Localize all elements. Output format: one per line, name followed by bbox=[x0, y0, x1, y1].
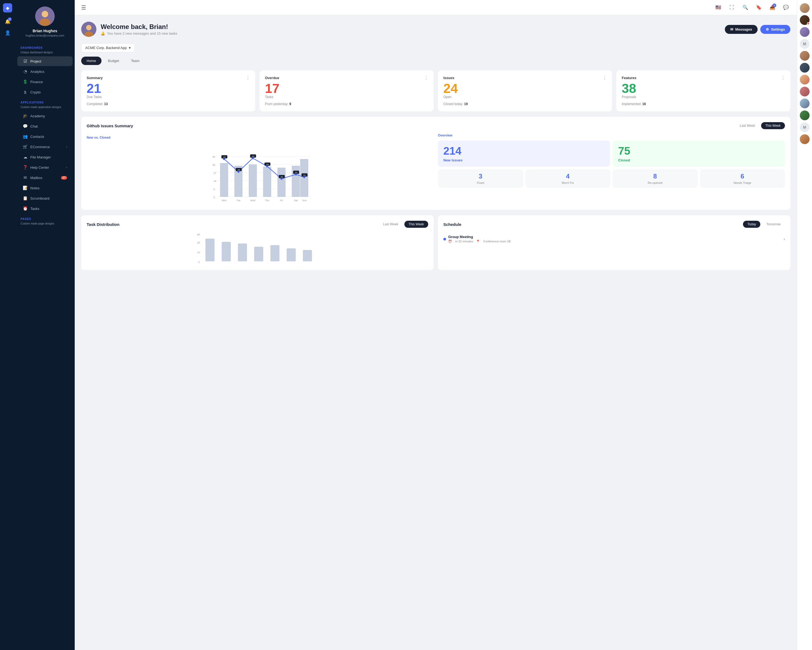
sidebar-item-finance[interactable]: 💲 Finance bbox=[17, 77, 73, 87]
schedule-item-meta: ⏰ in 32 minutes 📍 Conference room 1B bbox=[448, 240, 511, 243]
tabs: Home Budget Team bbox=[81, 57, 791, 65]
sidebar-item-helpcenter[interactable]: ❓ Help Center › bbox=[17, 162, 73, 172]
rp-avatar-6[interactable] bbox=[800, 75, 810, 84]
rp-avatar-4[interactable] bbox=[800, 51, 810, 61]
bar-thu bbox=[263, 167, 271, 197]
stat-features-subtitle: Proposals bbox=[622, 95, 785, 99]
rp-avatar-9[interactable] bbox=[800, 110, 810, 120]
task-dist-header: Task Distribution Last Week This Week bbox=[87, 221, 428, 228]
chat-icon: 💬 bbox=[23, 124, 27, 128]
expand-icon[interactable]: ⛶ bbox=[727, 3, 736, 12]
sidebar-item-ecommerce[interactable]: 🛒 ECommerce › bbox=[17, 142, 73, 151]
svg-text:Tue: Tue bbox=[236, 199, 240, 202]
svg-rect-45 bbox=[238, 243, 247, 262]
task-distribution-card: Task Distribution Last Week This Week 0 … bbox=[81, 215, 433, 270]
svg-text:25: 25 bbox=[295, 171, 298, 174]
sidebar-item-mailbox[interactable]: ✉ Mailbox 27 bbox=[17, 173, 73, 182]
stat-menu-icon[interactable]: ⋮ bbox=[602, 75, 607, 81]
chart-container: 0 9 18 27 36 45 bbox=[87, 143, 433, 202]
rp-avatar-0[interactable] bbox=[800, 3, 810, 13]
rp-avatar-5[interactable] bbox=[800, 63, 810, 73]
stat-features-number: 38 bbox=[622, 82, 785, 95]
rp-avatar-11[interactable] bbox=[800, 134, 810, 144]
sidebar-item-tasks[interactable]: ⏰ Tasks bbox=[17, 203, 73, 213]
sidebar-item-notes[interactable]: 📝 Notes bbox=[17, 183, 73, 193]
tomorrow-toggle[interactable]: Tomorrow bbox=[762, 221, 785, 228]
stat-menu-icon[interactable]: ⋮ bbox=[781, 75, 786, 81]
sidebar-item-contacts[interactable]: 👥 Contacts bbox=[17, 132, 73, 141]
task-this-week-toggle[interactable]: This Week bbox=[404, 221, 428, 228]
main-area: ☰ 🇺🇸 ⛶ 🔍 🔖 📥 5 💬 Welcome back, Brian! bbox=[75, 0, 797, 650]
messages-button[interactable]: ✉ Messages bbox=[725, 25, 758, 34]
settings-button[interactable]: ⚙ Settings bbox=[760, 25, 791, 34]
rp-avatar-1[interactable] bbox=[800, 15, 810, 25]
schedule-title: Schedule bbox=[443, 222, 461, 227]
svg-text:20: 20 bbox=[197, 241, 200, 244]
rp-avatar-8[interactable] bbox=[800, 99, 810, 109]
notifications-icon[interactable]: 🔔 3 bbox=[3, 17, 12, 26]
stat-overdue-sub: From yesterday: 9 bbox=[265, 102, 428, 106]
mailbox-icon: ✉ bbox=[23, 175, 27, 180]
last-week-toggle[interactable]: Last Week bbox=[736, 122, 759, 129]
stat-menu-icon[interactable]: ⋮ bbox=[246, 75, 251, 81]
tab-team[interactable]: Team bbox=[125, 57, 145, 65]
svg-text:27: 27 bbox=[214, 172, 216, 174]
sidebar-item-label: ECommerce bbox=[30, 145, 50, 149]
svg-text:0: 0 bbox=[198, 260, 200, 263]
sidebar-item-academy[interactable]: 🎓 Academy bbox=[17, 111, 73, 121]
academy-icon: 🎓 bbox=[23, 113, 27, 118]
schedule-dot bbox=[443, 238, 446, 240]
inbox-icon[interactable]: 📥 5 bbox=[768, 3, 777, 12]
schedule-card: Schedule Today Tomorrow Group Meeting ⏰ … bbox=[438, 215, 791, 270]
github-chart-svg: 0 9 18 27 36 45 bbox=[87, 143, 433, 202]
menu-icon[interactable]: ☰ bbox=[81, 5, 86, 11]
tab-home[interactable]: Home bbox=[81, 57, 102, 65]
stat-menu-icon[interactable]: ⋮ bbox=[424, 75, 429, 81]
task-dist-toggle: Last Week This Week bbox=[379, 221, 428, 228]
search-icon[interactable]: 🔍 bbox=[740, 3, 750, 12]
task-dist-svg: 0 10 20 40 bbox=[87, 232, 428, 265]
rp-avatar-M2[interactable]: M bbox=[800, 122, 810, 132]
tab-budget[interactable]: Budget bbox=[102, 57, 125, 65]
svg-rect-46 bbox=[254, 247, 263, 262]
chevron-right-icon[interactable]: › bbox=[784, 237, 785, 242]
project-selector[interactable]: ACME Corp. Backend App ▾ bbox=[81, 43, 135, 52]
crypto-icon: $ bbox=[23, 90, 27, 95]
project-icon: ☑ bbox=[23, 59, 27, 64]
sidebar-item-label: Finance bbox=[30, 80, 43, 84]
schedule-header: Schedule Today Tomorrow bbox=[443, 221, 785, 228]
new-issues-label: New Issues bbox=[443, 158, 605, 162]
rp-avatar-7[interactable] bbox=[800, 87, 810, 96]
today-toggle[interactable]: Today bbox=[743, 221, 760, 228]
sidebar-item-label: File Manager bbox=[30, 155, 51, 159]
flag-icon[interactable]: 🇺🇸 bbox=[713, 3, 723, 12]
sidebar-item-label: Chat bbox=[30, 124, 38, 128]
stats-row: Summary ⋮ 21 Due Tasks Completed: 13 Ove… bbox=[81, 70, 791, 111]
rp-avatar-2[interactable] bbox=[800, 27, 810, 37]
sidebar-item-scrumboard[interactable]: 📋 Scrumboard bbox=[17, 193, 73, 203]
bar-mon bbox=[220, 163, 228, 197]
welcome-header: Welcome back, Brian! 🔔 You have 2 new me… bbox=[81, 22, 791, 37]
sidebar-item-analytics[interactable]: ◔ Analytics bbox=[17, 67, 73, 76]
dashboards-section-label: DASHBOARDS bbox=[15, 43, 75, 51]
sidebar-item-crypto[interactable]: $ Crypto bbox=[17, 87, 73, 97]
svg-text:Fri: Fri bbox=[280, 199, 283, 202]
sidebar-item-label: Tasks bbox=[30, 206, 39, 211]
stat-summary-subtitle: Due Tasks bbox=[87, 95, 250, 99]
app-logo[interactable]: ◆ bbox=[3, 3, 12, 12]
rp-avatar-M[interactable]: M bbox=[800, 39, 810, 49]
task-last-week-toggle[interactable]: Last Week bbox=[379, 221, 403, 228]
bookmark-icon[interactable]: 🔖 bbox=[754, 3, 763, 12]
svg-text:0: 0 bbox=[214, 196, 215, 199]
sidebar-item-chat[interactable]: 💬 Chat bbox=[17, 121, 73, 131]
chevron-down-icon: ▾ bbox=[129, 46, 131, 50]
schedule-time: in 32 minutes bbox=[455, 240, 473, 243]
messages-icon[interactable]: 💬 bbox=[781, 3, 791, 12]
sidebar-item-filemanager[interactable]: ☁ File Manager bbox=[17, 152, 73, 162]
schedule-location: Conference room 1B bbox=[483, 240, 511, 243]
new-issues-number: 214 bbox=[443, 145, 605, 157]
wontfix-label: Won't Fix bbox=[529, 181, 607, 184]
user-profile-icon[interactable]: 👤 bbox=[3, 28, 12, 37]
this-week-toggle[interactable]: This Week bbox=[761, 122, 785, 129]
sidebar-item-project[interactable]: ☑ Project bbox=[17, 57, 73, 66]
